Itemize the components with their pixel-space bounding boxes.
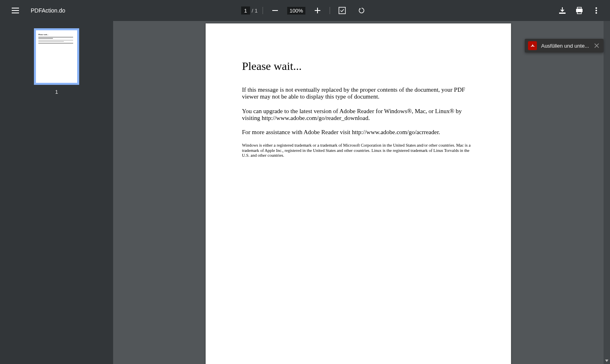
more-vertical-icon	[595, 7, 597, 14]
svg-rect-3	[272, 10, 278, 11]
thumbnail-label: 1	[55, 89, 58, 95]
scrollbar-thumb[interactable]	[604, 21, 610, 358]
svg-marker-15	[605, 360, 608, 362]
toolbar-left: PDFAction.do	[0, 3, 65, 18]
svg-rect-8	[559, 13, 566, 14]
page-separator: /	[252, 8, 253, 14]
content-area: Please wait... 1 Please wait... If this …	[0, 21, 610, 364]
scrollbar-down-button[interactable]	[604, 358, 610, 364]
svg-marker-7	[359, 8, 361, 10]
page-total: 1	[255, 8, 258, 14]
svg-rect-6	[339, 7, 345, 14]
svg-point-14	[595, 12, 597, 14]
page-number-input[interactable]	[241, 6, 250, 15]
close-icon	[594, 43, 599, 48]
page-paragraph: For more assistance with Adobe Reader vi…	[242, 129, 475, 136]
toolbar-separator	[330, 7, 330, 14]
page-footnote: Windows is either a registered trademark…	[242, 143, 475, 158]
fit-page-button[interactable]	[335, 3, 349, 18]
adobe-banner: Ausfüllen und unte...	[525, 39, 604, 53]
toolbar-separator	[263, 7, 263, 14]
download-button[interactable]	[555, 3, 570, 18]
page-heading: Please wait...	[242, 60, 475, 73]
page-indicator: / 1	[241, 6, 258, 15]
page-thumbnail[interactable]: Please wait...	[34, 28, 79, 85]
zoom-out-button[interactable]	[268, 3, 282, 18]
thumbnail-heading: Please wait...	[38, 34, 75, 36]
svg-rect-9	[577, 7, 581, 9]
download-icon	[559, 7, 566, 14]
page-viewer[interactable]: Please wait... If this message is not ev…	[113, 21, 604, 364]
banner-text: Ausfüllen und unte...	[541, 43, 589, 49]
menu-button[interactable]	[8, 3, 23, 18]
svg-point-13	[595, 10, 597, 11]
banner-close-button[interactable]	[593, 42, 600, 49]
zoom-level: 100%	[287, 7, 305, 15]
rotate-button[interactable]	[354, 3, 369, 18]
svg-rect-5	[315, 10, 320, 11]
print-button[interactable]	[572, 3, 587, 18]
page-paragraph: If this message is not eventually replac…	[242, 86, 475, 101]
svg-point-12	[595, 7, 597, 9]
minus-icon	[272, 10, 278, 11]
vertical-scrollbar[interactable]	[604, 21, 610, 364]
more-button[interactable]	[589, 3, 604, 18]
thumbnail-sidebar: Please wait... 1	[0, 21, 113, 364]
toolbar-right	[555, 3, 610, 18]
svg-rect-1	[12, 10, 19, 11]
plus-icon	[315, 8, 320, 13]
chevron-down-icon	[605, 360, 608, 362]
pdf-toolbar: PDFAction.do / 1 100%	[0, 0, 610, 21]
svg-rect-2	[12, 13, 19, 13]
hamburger-icon	[12, 8, 19, 13]
print-icon	[576, 7, 583, 14]
acrobat-glyph-icon	[530, 43, 535, 48]
zoom-in-button[interactable]	[310, 3, 325, 18]
page-paragraph: You can upgrade to the latest version of…	[242, 108, 475, 122]
svg-rect-0	[12, 8, 19, 8]
adobe-acrobat-icon	[528, 41, 537, 50]
pdf-page: Please wait... If this message is not ev…	[206, 23, 511, 364]
fit-page-icon	[339, 7, 346, 14]
document-title: PDFAction.do	[31, 7, 65, 14]
toolbar-center: / 1 100%	[241, 3, 369, 18]
rotate-icon	[358, 7, 365, 14]
